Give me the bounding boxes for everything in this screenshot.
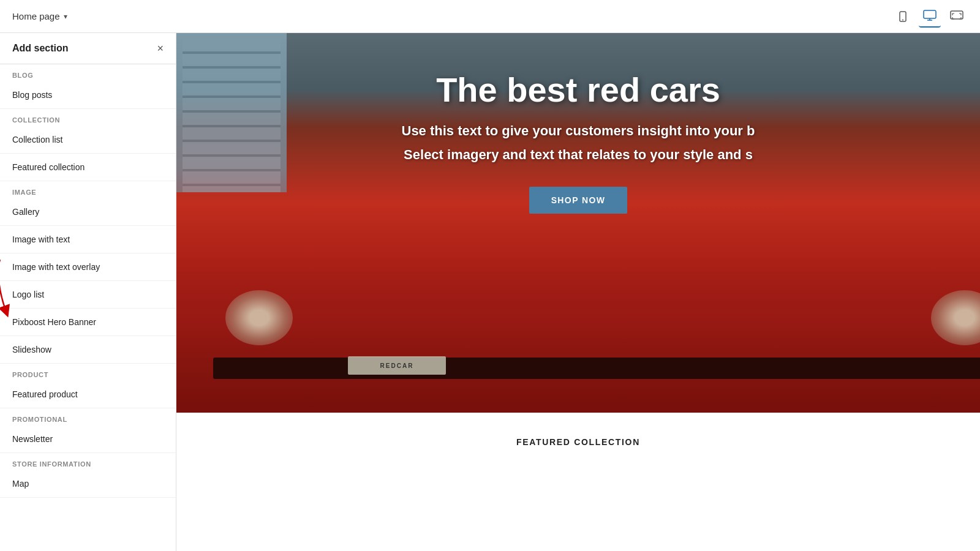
desktop-icon — [923, 10, 937, 22]
category-product: PRODUCT — [0, 364, 176, 381]
featured-collection-title: FEATURED COLLECTION — [189, 437, 968, 447]
sidebar-item-gallery[interactable]: Gallery — [0, 198, 176, 226]
car-grille-bar — [213, 358, 980, 379]
hero-cta-button[interactable]: SHOP NOW — [529, 187, 628, 214]
main-layout: Add section × BLOG Blog posts COLLECTION… — [0, 33, 980, 551]
fullscreen-button[interactable] — [946, 6, 968, 28]
sidebar-item-image-with-text[interactable]: Image with text — [0, 226, 176, 253]
sidebar-item-newsletter[interactable]: Newsletter — [0, 425, 176, 453]
hero-subtitle-line2: Select imagery and text that relates to … — [201, 144, 956, 165]
sidebar-item-pixboost-hero-banner[interactable]: Pixboost Hero Banner — [0, 309, 176, 336]
category-collection: COLLECTION — [0, 109, 176, 126]
category-store-information: STORE INFORMATION — [0, 453, 176, 470]
category-promotional: PROMOTIONAL — [0, 408, 176, 425]
hero-section: REDCAR The best red cars Use this text t… — [176, 33, 980, 413]
close-button[interactable]: × — [157, 43, 164, 54]
sidebar-item-blog-posts[interactable]: Blog posts — [0, 81, 176, 109]
category-blog: BLOG — [0, 64, 176, 81]
sidebar-item-featured-collection[interactable]: Featured collection — [0, 154, 176, 181]
sidebar-title: Add section — [12, 43, 69, 54]
device-selector — [892, 6, 968, 28]
sidebar-sections-list: BLOG Blog posts COLLECTION Collection li… — [0, 64, 176, 551]
sidebar-item-logo-list[interactable]: Logo list — [0, 281, 176, 309]
sidebar-item-slideshow[interactable]: Slideshow — [0, 336, 176, 364]
sidebar-item-image-with-text-overlay[interactable]: Image with text overlay — [0, 253, 176, 281]
hero-title: The best red cars — [201, 70, 956, 110]
hero-subtitle-line1: Use this text to give your customers ins… — [201, 121, 956, 141]
top-bar-left: Home page ▾ — [12, 11, 67, 21]
sidebar-item-featured-product[interactable]: Featured product — [0, 381, 176, 408]
license-plate: REDCAR — [348, 356, 446, 375]
page-dropdown[interactable]: Home page ▾ — [12, 11, 67, 21]
desktop-view-button[interactable] — [919, 6, 941, 28]
page-title-label: Home page — [12, 11, 60, 21]
sidebar-item-map[interactable]: Map — [0, 470, 176, 498]
svg-rect-2 — [924, 10, 936, 18]
mobile-view-button[interactable] — [892, 6, 914, 28]
category-image: IMAGE — [0, 181, 176, 198]
fullscreen-icon — [950, 10, 963, 23]
preview-area: REDCAR The best red cars Use this text t… — [176, 33, 980, 551]
preview-frame: REDCAR The best red cars Use this text t… — [176, 33, 980, 551]
headlight-left — [225, 290, 293, 345]
hero-content: The best red cars Use this text to give … — [176, 70, 980, 214]
chevron-down-icon: ▾ — [64, 12, 67, 21]
sidebar-item-collection-list[interactable]: Collection list — [0, 126, 176, 154]
svg-point-1 — [902, 19, 903, 20]
featured-collection-section: FEATURED COLLECTION — [176, 413, 980, 471]
top-bar: Home page ▾ — [0, 0, 980, 33]
mobile-icon — [897, 10, 909, 23]
sidebar: Add section × BLOG Blog posts COLLECTION… — [0, 33, 176, 551]
sidebar-header: Add section × — [0, 33, 176, 64]
